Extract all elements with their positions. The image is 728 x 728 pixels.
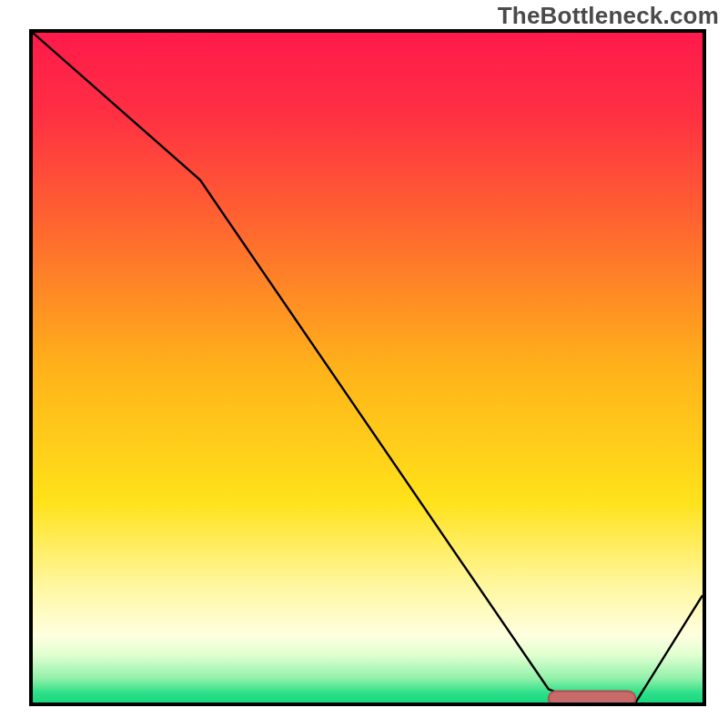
watermark-text: TheBottleneck.com — [498, 2, 719, 30]
plot-area — [29, 29, 706, 706]
chart-frame: TheBottleneck.com — [0, 0, 728, 728]
gradient-rect — [33, 33, 703, 703]
plot-svg — [33, 33, 703, 703]
optimum-marker — [549, 691, 636, 703]
